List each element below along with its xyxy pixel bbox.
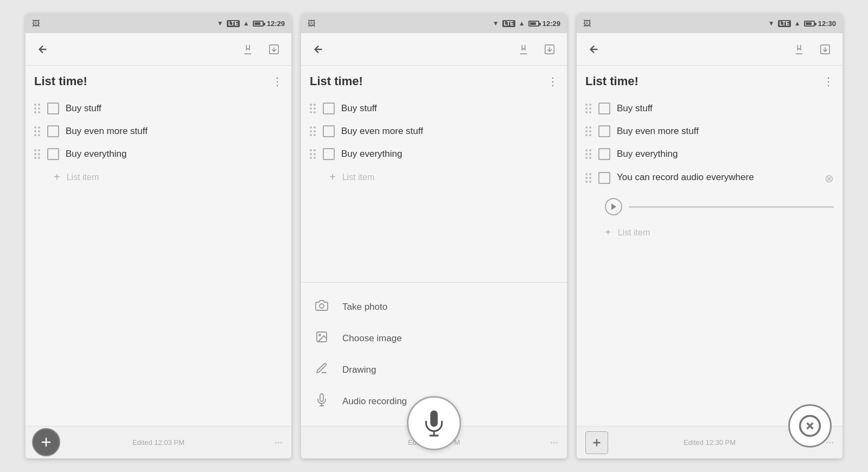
item-text: Buy even more stuff	[341, 126, 558, 137]
status-bar-1: 🖼 ▼ LTE ▲ 12:29	[25, 14, 291, 33]
list-item[interactable]: Buy even more stuff	[310, 120, 558, 143]
drag-handle[interactable]	[34, 104, 41, 114]
cancel-fab[interactable]	[788, 404, 832, 448]
list-header-3: List time! ⋮	[585, 74, 834, 88]
microphone-icon	[420, 410, 448, 437]
touch-icon-3[interactable]	[790, 41, 808, 58]
drag-handle[interactable]	[34, 126, 41, 137]
svg-point-2	[320, 304, 324, 308]
add-item-row-1[interactable]: + List item	[34, 165, 283, 189]
image-icon	[314, 330, 329, 347]
drag-handle[interactable]	[34, 149, 41, 160]
more-options-2[interactable]: ⋮	[547, 75, 558, 88]
list-item[interactable]: Buy everything	[585, 143, 834, 165]
add-item-row-3[interactable]: + List item	[585, 221, 834, 244]
status-bar-2: 🖼 ▼ LTE ▲ 12:29	[301, 14, 567, 33]
toolbar-right-2	[515, 41, 558, 58]
list-item[interactable]: Buy everything	[34, 143, 283, 165]
item-text: Buy stuff	[66, 103, 283, 114]
toolbar-right-1	[239, 41, 283, 58]
bottom-bar-1: Edited 12:03 PM ···	[25, 426, 291, 458]
checkbox[interactable]	[323, 103, 335, 114]
more-options-1[interactable]: ⋮	[272, 75, 283, 88]
add-label-2: List item	[342, 173, 375, 182]
list-header-2: List time! ⋮	[310, 74, 558, 88]
list-title-1: List time!	[34, 74, 87, 88]
item-text: Buy even more stuff	[66, 126, 283, 137]
audio-recording-label: Audio recording	[342, 396, 407, 407]
download-icon-2[interactable]	[541, 41, 558, 58]
drag-handle[interactable]	[310, 126, 316, 137]
checkbox[interactable]	[47, 125, 59, 137]
checkbox[interactable]	[598, 148, 610, 160]
more-btn-1[interactable]: ···	[275, 437, 283, 448]
item-text: Buy everything	[341, 149, 558, 160]
audio-recording-icon	[314, 393, 329, 410]
drag-handle[interactable]	[585, 173, 592, 183]
add-label-3: List item	[618, 228, 650, 238]
audio-progress-bar[interactable]	[629, 206, 834, 208]
more-btn-2[interactable]: ···	[550, 437, 558, 448]
back-button-2[interactable]	[310, 41, 327, 58]
touch-icon-2[interactable]	[515, 41, 532, 58]
list-item[interactable]: Buy stuff	[585, 97, 834, 120]
checkbox[interactable]	[598, 125, 610, 137]
more-options-3[interactable]: ⋮	[823, 75, 834, 88]
touch-icon-1[interactable]	[239, 41, 257, 58]
time-3: 12:30	[818, 20, 836, 28]
play-button[interactable]	[605, 198, 622, 215]
drag-handle[interactable]	[585, 149, 592, 160]
screen-2: 🖼 ▼ LTE ▲ 12:29	[301, 14, 567, 458]
list-item[interactable]: Buy even more stuff	[585, 120, 834, 143]
checkbox[interactable]	[323, 125, 335, 137]
menu-drawing[interactable]: Drawing	[301, 354, 567, 386]
svg-point-4	[319, 334, 321, 336]
content-1: List time! ⋮ Buy stuff Buy even more stu…	[25, 66, 291, 426]
status-icons-3: ▼ LTE ▲ 12:30	[768, 20, 836, 28]
checkbox[interactable]	[598, 172, 610, 184]
toolbar-left-2	[310, 41, 327, 58]
add-btn-3[interactable]	[585, 431, 608, 454]
list-item-audio[interactable]: You can record audio everywhere ⊗	[585, 165, 834, 190]
take-photo-label: Take photo	[342, 302, 387, 312]
item-text: Buy even more stuff	[617, 126, 834, 137]
time-1: 12:29	[267, 20, 285, 28]
drag-handle[interactable]	[310, 149, 316, 160]
checkbox[interactable]	[598, 103, 610, 114]
status-icons-2: ▼ LTE ▲ 12:29	[493, 20, 560, 28]
checkbox[interactable]	[47, 103, 59, 114]
audio-player-row	[585, 190, 834, 221]
checkbox[interactable]	[323, 148, 335, 160]
list-item[interactable]: Buy stuff	[34, 97, 283, 120]
cancel-icon	[798, 414, 822, 438]
cancel-item-icon[interactable]: ⊗	[825, 172, 834, 185]
toolbar-left-3	[585, 41, 603, 58]
menu-choose-image[interactable]: Choose image	[301, 323, 567, 354]
download-icon-3[interactable]	[816, 41, 834, 58]
app-container: 🖼 ▼ LTE ▲ 12:29	[15, 3, 853, 469]
list-title-3: List time!	[585, 74, 639, 88]
drag-handle[interactable]	[585, 104, 592, 114]
back-button-1[interactable]	[34, 41, 52, 58]
item-text-audio: You can record audio everywhere	[617, 171, 814, 184]
checkbox[interactable]	[47, 148, 59, 160]
back-button-3[interactable]	[585, 41, 603, 58]
drag-handle[interactable]	[310, 104, 316, 114]
time-2: 12:29	[542, 20, 560, 28]
add-icon-1: +	[54, 171, 60, 183]
menu-take-photo[interactable]: Take photo	[301, 291, 567, 323]
toolbar-1	[25, 33, 291, 66]
screen-1: 🖼 ▼ LTE ▲ 12:29	[25, 14, 291, 458]
list-item[interactable]: Buy even more stuff	[34, 120, 283, 143]
list-item[interactable]: Buy stuff	[310, 97, 558, 120]
drag-handle[interactable]	[585, 126, 592, 137]
screen-3: 🖼 ▼ LTE ▲ 12:30	[577, 14, 843, 458]
add-item-row-2[interactable]: + List item	[310, 165, 558, 189]
download-icon-1[interactable]	[265, 41, 283, 58]
add-icon-2: +	[329, 171, 336, 183]
content-3: List time! ⋮ Buy stuff Buy even more stu…	[577, 66, 843, 426]
mic-fab[interactable]	[407, 396, 461, 450]
add-fab-1[interactable]	[32, 428, 60, 456]
add-icon-3: +	[605, 226, 611, 239]
list-item[interactable]: Buy everything	[310, 143, 558, 165]
